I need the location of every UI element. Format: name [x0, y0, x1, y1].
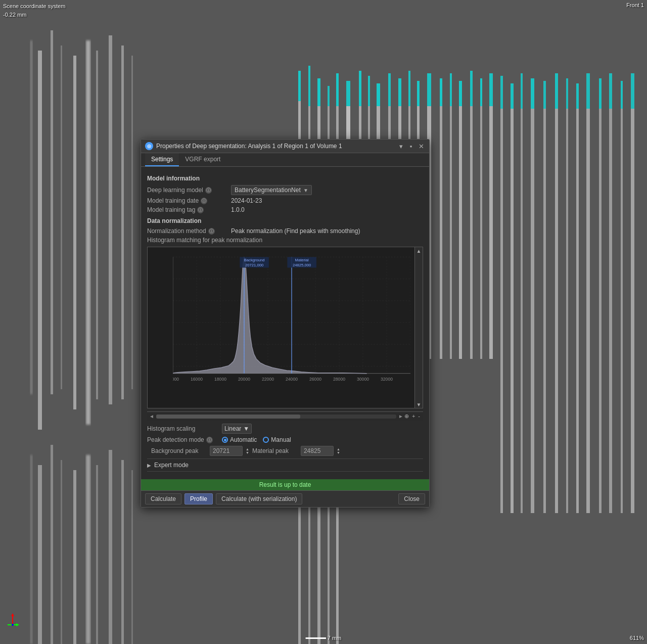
model-training-date-info-icon[interactable]: ⓘ — [201, 198, 207, 204]
footer-left-buttons: Calculate Profile Calculate (with serial… — [145, 493, 302, 504]
zoom-cursor-btn[interactable]: ⊕ — [403, 413, 410, 420]
tab-settings[interactable]: Settings — [145, 153, 179, 166]
zoom-in-btn[interactable]: + — [411, 413, 416, 420]
background-peak-spinner[interactable]: ▲ ▼ — [246, 447, 249, 454]
calculate-button[interactable]: Calculate — [145, 493, 181, 504]
dialog-title: Properties of Deep segmentation: Analysi… — [156, 143, 342, 150]
restore-button[interactable]: ▪ — [407, 142, 415, 150]
background-peak-input[interactable] — [210, 446, 243, 456]
histogram-scrollbar[interactable]: ◄ ► ⊕ + - — [147, 411, 423, 421]
properties-dialog: ◎ Properties of Deep segmentation: Analy… — [141, 139, 430, 508]
histogram-scaling-arrow: ▼ — [243, 425, 249, 432]
model-information-header: Model information — [147, 175, 423, 182]
scale-bar: 7 mm — [306, 635, 342, 641]
dialog-titlebar: ◎ Properties of Deep segmentation: Analy… — [141, 140, 429, 153]
mat-spin-up[interactable]: ▲ — [337, 447, 340, 451]
scroll-down-button[interactable]: ▼ — [415, 401, 423, 408]
manual-radio[interactable]: Manual — [263, 436, 291, 443]
material-peak-label: Material peak — [252, 447, 298, 454]
scale-bar-label: 7 mm — [328, 635, 342, 641]
bg-spin-up[interactable]: ▲ — [246, 447, 249, 451]
scroll-left-btn[interactable]: ◄ — [149, 413, 154, 419]
scene-info-topleft: Scene coordinate system -0.22 mm — [3, 2, 66, 19]
tab-vgrf-export[interactable]: VGRF export — [179, 153, 226, 166]
svg-point-98 — [12, 624, 14, 626]
dialog-tabs: Settings VGRF export — [141, 153, 429, 167]
model-training-tag-info-icon[interactable]: ⓘ — [197, 207, 204, 213]
axis-svg — [5, 612, 20, 627]
close-button[interactable]: Close — [398, 493, 425, 504]
deep-learning-model-select[interactable]: BatterySegmentationNet ▼ — [231, 185, 312, 195]
scene-info-topright: Front 1 — [626, 2, 644, 8]
svg-text:20000: 20000 — [238, 377, 250, 382]
scale-bar-line — [306, 637, 326, 639]
model-training-tag-label: Model training tag ⓘ — [147, 206, 228, 213]
peak-detection-radio-group[interactable]: Automatic Manual — [222, 436, 291, 443]
histogram-label: Histogram matching for peak normalizatio… — [147, 237, 423, 244]
normalization-method-info-icon[interactable]: ⓘ — [208, 228, 215, 235]
expert-mode-label: Expert mode — [154, 462, 189, 469]
zoom-buttons[interactable]: ⊕ + - — [403, 413, 421, 420]
histogram-scaling-row: Histogram scaling Linear ▼ — [147, 424, 423, 434]
zoom-out-btn[interactable]: - — [417, 413, 421, 420]
manual-label: Manual — [271, 436, 291, 443]
model-training-tag-value: 1.0.0 — [231, 206, 245, 213]
histogram-svg: 0 200000 400000 600000 800000 1000000 14… — [173, 252, 410, 393]
calculate-with-serialization-button[interactable]: Calculate (with serialization) — [216, 493, 302, 504]
minimize-button[interactable]: ▾ — [397, 142, 405, 150]
scroll-right-btn[interactable]: ► — [398, 413, 403, 419]
svg-text:30000: 30000 — [357, 377, 369, 382]
automatic-radio[interactable]: Automatic — [222, 436, 257, 443]
svg-text:Material: Material — [295, 258, 309, 262]
histogram-scaling-select[interactable]: Linear ▼ — [222, 424, 252, 434]
svg-text:26000: 26000 — [309, 377, 321, 382]
close-dialog-button[interactable]: ✕ — [417, 142, 425, 150]
scale-bar-container: 7 mm — [306, 635, 342, 641]
deep-learning-model-value: BatterySegmentationNet — [235, 187, 301, 194]
dialog-icon: ◎ — [145, 142, 153, 150]
svg-text:Background: Background — [244, 258, 265, 262]
mat-spin-down[interactable]: ▼ — [337, 451, 340, 454]
data-normalization-header: Data normalization — [147, 217, 423, 224]
profile-button[interactable]: Profile — [184, 493, 213, 504]
material-peak-input[interactable] — [301, 446, 334, 456]
material-peak-spinner[interactable]: ▲ ▼ — [337, 447, 340, 454]
deep-learning-model-info-icon[interactable]: ⓘ — [205, 187, 212, 194]
svg-text:16000: 16000 — [191, 377, 203, 382]
status-bar: Result is up to date — [141, 479, 429, 490]
histogram-container[interactable]: 0 200000 400000 600000 800000 1000000 14… — [147, 247, 423, 408]
titlebar-controls[interactable]: ▾ ▪ ✕ — [397, 142, 425, 150]
axis-arrows — [5, 612, 20, 629]
automatic-radio-indicator — [222, 437, 228, 443]
expert-mode-row[interactable]: ▶ Expert mode — [147, 458, 423, 472]
svg-text:24825,000: 24825,000 — [293, 263, 311, 267]
expert-mode-chevron: ▶ — [147, 463, 151, 468]
view-label: Front 1 — [626, 2, 644, 8]
coordinate-system-label: Scene coordinate system — [3, 2, 66, 11]
svg-text:20721,000: 20721,000 — [245, 263, 263, 267]
normalization-method-row: Normalization method ⓘ Peak normalizatio… — [147, 227, 423, 235]
peak-inputs-row: Background peak ▲ ▼ Material peak ▲ ▼ — [147, 446, 423, 456]
model-training-date-row: Model training date ⓘ 2024-01-23 — [147, 197, 423, 204]
manual-radio-indicator — [263, 437, 269, 443]
position-label: -0.22 mm — [3, 11, 66, 19]
scrollbar-thumb[interactable] — [156, 415, 300, 419]
model-training-tag-row: Model training tag ⓘ 1.0.0 — [147, 206, 423, 213]
scrollbar-track[interactable] — [156, 415, 396, 419]
chart-area: 0 200000 400000 600000 800000 1000000 14… — [148, 247, 414, 408]
select-arrow-icon: ▼ — [303, 188, 308, 193]
svg-text:32000: 32000 — [381, 377, 393, 382]
svg-text:22000: 22000 — [262, 377, 274, 382]
histogram-scaling-label: Histogram scaling — [147, 425, 218, 432]
automatic-label: Automatic — [230, 436, 257, 443]
peak-detection-label: Peak detection mode ⓘ — [147, 436, 218, 443]
svg-marker-97 — [16, 623, 19, 626]
peak-detection-info-icon[interactable]: ⓘ — [206, 437, 213, 443]
bg-spin-down[interactable]: ▼ — [246, 451, 249, 454]
normalization-method-label: Normalization method ⓘ — [147, 227, 228, 235]
histogram-scaling-value: Linear — [224, 425, 241, 432]
normalization-method-value: Peak normalization (Find peaks with smoo… — [231, 227, 360, 235]
scroll-up-button[interactable]: ▲ — [415, 247, 423, 254]
histogram-scroll-right[interactable]: ▲ ▼ — [414, 247, 423, 408]
background-peak-label: Background peak — [151, 447, 207, 454]
